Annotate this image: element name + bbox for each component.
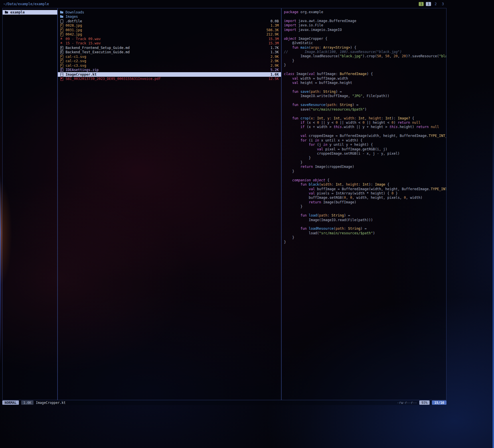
- file-name: SBI_0032013739_2023_DE05_0003155631Invoi…: [66, 77, 161, 81]
- file-size: 5.2K: [267, 68, 279, 72]
- image-icon: [60, 24, 64, 27]
- desktop: { "window": { "path": "~/Data/example/ex…: [0, 0, 494, 448]
- file-row[interactable]: SBI_0032013739_2023_DE05_0003155631Invoi…: [58, 77, 281, 81]
- tab-1[interactable]: 1: [426, 2, 431, 6]
- file-manager-window: ~/Data/example/example 1123 example Down…: [2, 1, 446, 405]
- file-row[interactable]: example: [3, 10, 57, 15]
- status-left: NORMAL 1.6K ImageCropper.kt: [2, 400, 66, 405]
- file-name: 0042.jpg: [66, 32, 82, 36]
- status-filename: ImageCropper.kt: [36, 401, 66, 405]
- file-row[interactable]: 0042.jpg212.9K: [58, 32, 281, 37]
- scroll-percent: 93%: [419, 400, 430, 405]
- code-view[interactable]: package org.exampleimport java.awt.image…: [282, 8, 446, 400]
- file-permissions: -rw-r--r--: [397, 401, 417, 405]
- file-row[interactable]: Backend_Frontend_Setup_Guide.md1.7K: [58, 46, 281, 50]
- file-name: IDEAsettings.zip: [66, 68, 99, 72]
- folder-icon: [60, 11, 64, 14]
- folder-icon: [5, 11, 9, 14]
- tab-list: 1123: [419, 2, 445, 6]
- image-icon: [60, 55, 64, 58]
- file-row[interactable]: 0031.jpg586.3K: [58, 28, 281, 32]
- image-icon: [60, 28, 64, 32]
- file-row[interactable]: .dotfile0.0B: [58, 19, 281, 23]
- zip-icon: [60, 68, 64, 72]
- file-size: 15.3M: [265, 41, 279, 45]
- file-name: 09 - Track 09.wav: [66, 37, 101, 41]
- file-name: cal-c1.svg: [66, 55, 86, 59]
- file-size: 2.9K: [267, 64, 279, 68]
- audio-icon: [60, 42, 64, 45]
- markdown-icon: [60, 50, 64, 54]
- status-bar: NORMAL 1.6K ImageCropper.kt -rw-r--r-- 9…: [2, 400, 446, 405]
- breadcrumb-path[interactable]: ~/Data/example/example: [3, 2, 49, 6]
- tab-3[interactable]: 3: [440, 2, 445, 6]
- file-icon: [60, 19, 64, 23]
- file-size: 1.3M: [267, 23, 279, 27]
- file-size: 2.9K: [267, 55, 279, 59]
- file-name: 0031.jpg: [66, 28, 82, 32]
- file-size: 1.7K: [267, 46, 279, 50]
- file-name: Images: [66, 15, 78, 19]
- file-row[interactable]: 09 - Track 09.wav15.3M: [58, 37, 281, 41]
- pdf-icon: [60, 77, 64, 80]
- file-name: Backend_Frontend_Setup_Guide.md: [66, 46, 130, 50]
- file-row[interactable]: Downloads: [58, 10, 281, 15]
- status-right: -rw-r--r-- 93% 15/16: [397, 400, 446, 405]
- wallpaper-streak-right: [493, 109, 494, 448]
- folder-icon: [60, 15, 64, 18]
- file-row[interactable]: 0028.jpg1.3M: [58, 23, 281, 28]
- parent-list: example: [3, 8, 57, 15]
- file-size: 1.3K: [267, 50, 279, 54]
- file-size: 0.0B: [267, 19, 279, 23]
- file-name: cal-c3.svg: [66, 64, 86, 68]
- file-name: 0028.jpg: [66, 23, 82, 27]
- preview-pane: package org.exampleimport java.awt.image…: [281, 8, 446, 400]
- file-row[interactable]: 15 - Track 15.wav15.3M: [58, 41, 281, 46]
- image-icon: [60, 59, 64, 63]
- tab-1[interactable]: 1: [419, 2, 424, 6]
- file-size: 12.5K: [265, 77, 279, 81]
- image-icon: [60, 64, 64, 67]
- file-name: cal-c2.svg: [66, 59, 86, 63]
- markdown-icon: [60, 46, 64, 50]
- top-bar: ~/Data/example/example 1123: [2, 1, 446, 7]
- wallpaper-streak-left: [0, 175, 1, 364]
- file-list-pane: DownloadsImages.dotfile0.0B0028.jpg1.3M0…: [58, 8, 281, 400]
- file-row[interactable]: cal-c3.svg2.9K: [58, 63, 281, 68]
- panes: example DownloadsImages.dotfile0.0B0028.…: [2, 8, 446, 400]
- file-name: Downloads: [66, 10, 84, 14]
- cursor-position: 15/16: [432, 400, 446, 405]
- file-size: 15.3M: [265, 37, 279, 41]
- file-size: 586.3K: [263, 28, 279, 32]
- parent-pane: example: [2, 8, 58, 400]
- file-list: DownloadsImages.dotfile0.0B0028.jpg1.3M0…: [58, 8, 281, 81]
- file-size: 212.9K: [263, 32, 279, 36]
- file-row[interactable]: ImageCropper.kt1.6K: [58, 72, 281, 77]
- audio-icon: [60, 37, 64, 41]
- image-icon: [60, 33, 64, 36]
- file-size-badge: 1.6K: [21, 400, 34, 405]
- file-row[interactable]: Images: [58, 15, 281, 19]
- file-row[interactable]: cal-c1.svg2.9K: [58, 54, 281, 59]
- file-name: 15 - Track 15.wav: [66, 41, 101, 45]
- file-name: .dotfile: [66, 19, 82, 23]
- file-name: example: [10, 10, 25, 14]
- file-name: Backend_Test_Execution_Guide.md: [66, 50, 130, 54]
- file-size: 1.6K: [267, 72, 279, 76]
- file-row[interactable]: IDEAsettings.zip5.2K: [58, 68, 281, 72]
- code-icon: [60, 73, 64, 76]
- file-row[interactable]: Backend_Test_Execution_Guide.md1.3K: [58, 50, 281, 55]
- tab-2[interactable]: 2: [433, 2, 438, 6]
- file-row[interactable]: cal-c2.svg2.9K: [58, 59, 281, 64]
- mode-indicator: NORMAL: [2, 400, 19, 405]
- file-name: ImageCropper.kt: [66, 72, 96, 76]
- file-size: 2.9K: [267, 59, 279, 63]
